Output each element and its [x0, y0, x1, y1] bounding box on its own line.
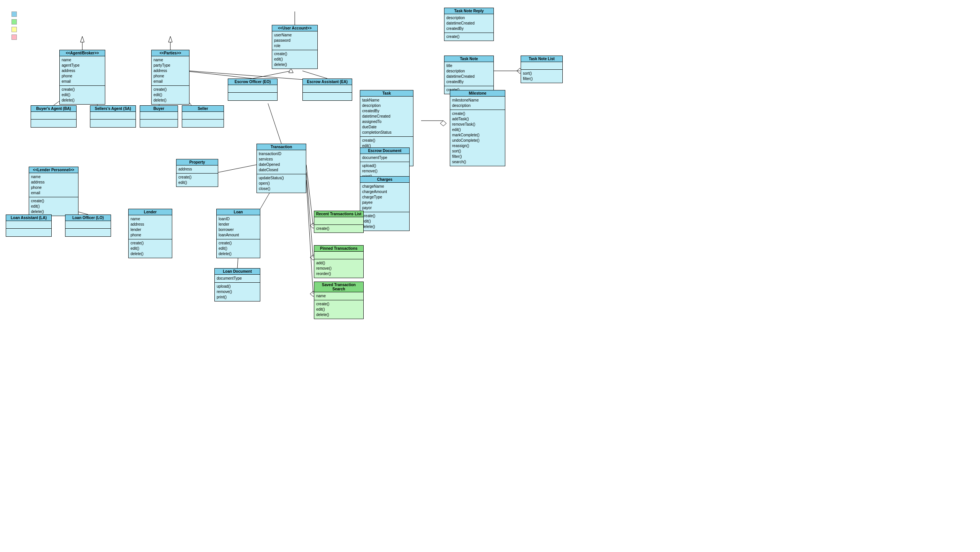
loan-methods: create() edit() delete() [217, 239, 260, 258]
recent-transactions-attrs [314, 217, 363, 225]
agent-broker-header: <<Agent/Broker>> [60, 50, 105, 56]
pinned-transactions-attrs [314, 252, 363, 259]
pinned-transactions-header: Pinned Transactions [314, 246, 363, 252]
charges-attrs: chargeName chargeAmount chargeType payee… [360, 183, 409, 212]
transaction-attrs: transactionID services dateOpened dateCl… [257, 150, 306, 174]
milestone-header: Milestone [450, 90, 505, 97]
escrow-assistant-methods [303, 93, 352, 100]
saved-transaction-search-box: Saved Transaction Search name create() e… [314, 282, 364, 319]
lender-header: Lender [129, 209, 172, 215]
lender-personnel-box: <<Lender Personnel>> name address phone … [29, 167, 78, 216]
escrow-officer-header: Escrow Officer (EO) [228, 79, 277, 85]
loan-assistant-methods [6, 229, 51, 236]
seller-attrs [182, 112, 224, 120]
transaction-header: Transaction [257, 144, 306, 150]
saved-transaction-search-header: Saved Transaction Search [314, 282, 363, 292]
loan-header: Loan [217, 209, 260, 215]
loan-officer-methods [65, 229, 111, 236]
saved-transaction-search-attrs: name [314, 292, 363, 300]
lender-box: Lender name address lender phone create(… [128, 209, 172, 258]
sellers-agent-header: Sellers's Agent (SA) [90, 106, 136, 112]
escrow-officer-attrs [228, 85, 277, 93]
milestone-methods: create() addTask() removeTask() edit() m… [450, 110, 505, 166]
property-attrs: address [176, 165, 218, 174]
buyers-agent-header: Buyer's Agent (BA) [31, 106, 76, 112]
task-note-box: Task Note title description datetimeCrea… [444, 56, 494, 94]
svg-line-25 [218, 165, 256, 172]
agent-broker-box: <<Agent/Broker>> name agentType address … [59, 50, 105, 105]
task-note-attrs: title description datetimeCreated create… [444, 62, 493, 86]
svg-line-32 [306, 165, 313, 226]
property-box: Property address create() edit() [176, 159, 218, 187]
saved-transaction-search-methods: create() edit() delete() [314, 300, 363, 319]
svg-line-13 [184, 71, 253, 79]
escrow-assistant-header: Escrow Assistant (EA) [303, 79, 352, 85]
parties-header: <<Parties>> [152, 50, 189, 56]
buyer-header: Buyer [140, 106, 178, 112]
user-account-attrs: userName password role [272, 31, 317, 50]
task-note-reply-methods: create() [444, 33, 493, 41]
sellers-agent-box: Sellers's Agent (SA) [90, 105, 136, 128]
loan-document-attrs: documentType [215, 275, 260, 283]
buyer-attrs [140, 112, 178, 120]
escrow-officer-box: Escrow Officer (EO) [228, 79, 278, 101]
task-note-list-header: Task Note List [521, 56, 562, 62]
buyers-agent-methods [31, 120, 76, 127]
task-note-list-methods: sort() filter() [521, 70, 562, 83]
svg-line-16 [253, 71, 291, 79]
task-header: Task [360, 90, 413, 97]
buyers-agent-box: Buyer's Agent (BA) [31, 105, 77, 128]
lender-personnel-methods: create() edit() delete() [29, 197, 78, 216]
milestone-attrs: milestoneName description [450, 97, 505, 110]
loan-document-methods: upload() remove() print() [215, 283, 260, 301]
escrow-assistant-attrs [303, 85, 352, 93]
charges-box: Charges chargeName chargeAmount chargeTy… [360, 176, 410, 231]
loan-officer-attrs [65, 221, 111, 229]
user-account-header: <<User Account>> [272, 25, 317, 31]
diagram-canvas: Task Note Reply description datetimeCrea… [0, 0, 980, 552]
loan-document-box: Loan Document documentType upload() remo… [214, 268, 260, 301]
task-note-reply-box: Task Note Reply description datetimeCrea… [444, 8, 494, 41]
lender-personnel-attrs: name address phone email [29, 173, 78, 197]
task-note-reply-header: Task Note Reply [444, 8, 493, 14]
escrow-officer-methods [228, 93, 277, 100]
legend-blue [11, 11, 17, 17]
loan-officer-box: Loan Officer (LO) [65, 215, 111, 237]
parties-methods: create() edit() delete() [152, 86, 189, 104]
sellers-agent-attrs [90, 112, 136, 120]
seller-header: Seller [182, 106, 224, 112]
svg-marker-2 [80, 36, 84, 42]
lender-methods: create() edit() delete() [129, 239, 172, 258]
buyers-agent-attrs [31, 112, 76, 120]
user-account-box: <<User Account>> userName password role … [272, 25, 318, 69]
svg-line-36 [306, 180, 313, 294]
task-attrs: taskName description createdBy datetimeC… [360, 97, 413, 137]
charges-header: Charges [360, 177, 409, 183]
seller-methods [182, 120, 224, 127]
loan-box: Loan loanID lender borrower loanAmount c… [216, 209, 260, 258]
recent-transactions-list-header: Recent Transactions List [314, 211, 363, 217]
charges-methods: create() edit() delete() [360, 212, 409, 231]
loan-officer-header: Loan Officer (LO) [65, 215, 111, 221]
loan-attrs: loanID lender borrower loanAmount [217, 215, 260, 239]
task-note-list-attrs [521, 62, 562, 70]
legend-pink [11, 34, 17, 40]
parties-attrs: name partyType address phone email [152, 56, 189, 86]
user-account-methods: create() edit() delete() [272, 50, 317, 69]
svg-line-34 [306, 172, 313, 257]
agent-broker-methods: create() edit() delete() [60, 86, 105, 104]
svg-marker-27 [440, 121, 446, 126]
escrow-document-header: Escrow Document [360, 148, 409, 154]
lender-attrs: name address lender phone [129, 215, 172, 239]
task-note-reply-attrs: description datetimeCreated createdBy [444, 14, 493, 33]
agent-broker-attrs: name agentType address phone email [60, 56, 105, 86]
pinned-transactions-box: Pinned Transactions add() remove() reord… [314, 245, 364, 278]
escrow-document-attrs: documentType [360, 154, 409, 162]
task-note-list-box: Task Note List sort() filter() [521, 56, 563, 83]
sellers-agent-methods [90, 120, 136, 127]
legend-yellow [11, 27, 17, 32]
milestone-box: Milestone milestoneName description crea… [450, 90, 505, 166]
escrow-assistant-box: Escrow Assistant (EA) [302, 79, 352, 101]
buyer-methods [140, 120, 178, 127]
property-header: Property [176, 159, 218, 165]
